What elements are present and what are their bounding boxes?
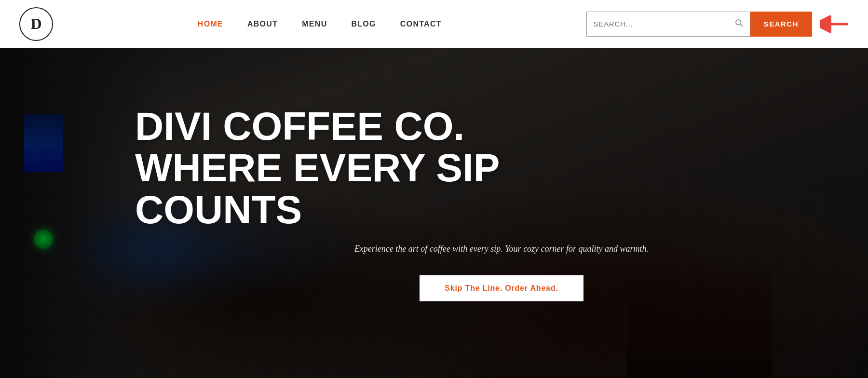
nav-item-contact[interactable]: CONTACT	[400, 20, 442, 28]
search-icon	[734, 18, 743, 29]
search-input[interactable]	[594, 20, 731, 28]
header: D HOME ABOUT MENU BLOG CONTACT SEARCH	[0, 0, 868, 48]
arrow-icon	[820, 15, 849, 33]
nav-item-blog[interactable]: BLOG	[351, 20, 376, 28]
hero-section: DIVI COFFEE CO. WHERE EVERY SIP COUNTS E…	[0, 48, 868, 378]
logo-area[interactable]: D	[19, 7, 53, 41]
nav-item-home[interactable]: HOME	[198, 20, 223, 28]
svg-line-1	[740, 24, 742, 26]
hero-title: DIVI COFFEE CO. WHERE EVERY SIP COUNTS	[135, 106, 511, 230]
hero-subtitle: Experience the art of coffee with every …	[354, 244, 649, 254]
search-input-wrapper	[586, 12, 750, 37]
search-area: SEARCH	[586, 12, 849, 37]
arrow-indicator	[820, 15, 849, 33]
search-button[interactable]: SEARCH	[750, 12, 812, 37]
hero-cta-label: Skip The Line. Order Ahead.	[445, 284, 558, 292]
nav-item-about[interactable]: ABOUT	[247, 20, 278, 28]
hero-content: DIVI COFFEE CO. WHERE EVERY SIP COUNTS E…	[0, 48, 868, 378]
main-nav: HOME ABOUT MENU BLOG CONTACT	[198, 20, 442, 28]
nav-item-menu[interactable]: MENU	[302, 20, 327, 28]
hero-cta-button[interactable]: Skip The Line. Order Ahead.	[420, 275, 583, 301]
logo-icon: D	[19, 7, 53, 41]
